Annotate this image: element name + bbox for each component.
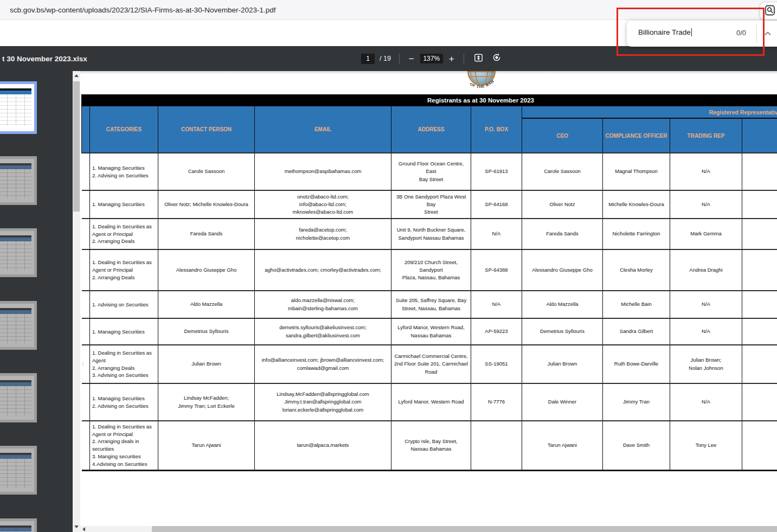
- table-cell-po-box: N/A: [471, 219, 522, 249]
- page-count-label: / 19: [380, 55, 391, 62]
- horizontal-scrollbar-thumb[interactable]: [152, 526, 777, 532]
- table-cell-address: Suite 205, Saffrey Square, Bay Street, N…: [391, 291, 471, 318]
- horizontal-scrollbar[interactable]: [80, 526, 777, 532]
- table-cell-categories: 1. Managing Securities: [90, 190, 158, 219]
- table-cell-email: Lindsay.McFadden@allspringglobal.com Jim…: [255, 383, 391, 421]
- table-cell-contact: Carole Sassoon: [158, 153, 255, 190]
- table-cell-email: aldo.mazzella@niswal.com; mbain@sterling…: [255, 291, 391, 318]
- table-cell-firm: [82, 318, 90, 345]
- sidebar-scrollbar[interactable]: [73, 71, 80, 532]
- column-header-compliance-officer: COMPLIANCE OFFICER: [603, 118, 670, 153]
- sidebar-scrollbar-thumb[interactable]: [73, 81, 80, 211]
- table-cell-po-box: AP-59223: [471, 318, 522, 345]
- pdf-document-title: t 30 November 2023.xlsx: [2, 46, 87, 71]
- table-cell-contact: Lindsay McFadden; Jimmy Tran; Lori Ecker…: [158, 383, 255, 421]
- page-number-input[interactable]: 1: [361, 54, 375, 64]
- table-cell-categories: 1. Managing Securities 2. Advising on Se…: [90, 383, 158, 421]
- column-header-address: ADDRESS: [391, 106, 471, 153]
- scroll-up-arrow-icon[interactable]: [74, 74, 79, 77]
- column-header-trading-rep: TRADING REP: [670, 118, 742, 153]
- page-thumbnail[interactable]: [0, 301, 37, 350]
- find-in-document-button[interactable]: [760, 3, 777, 20]
- table-row: 1. Dealing in Securities as Agent or Pri…: [82, 421, 777, 470]
- fit-to-page-button[interactable]: [472, 52, 485, 65]
- table-cell-firm: :: [82, 345, 90, 383]
- thumbnail-preview: [0, 163, 31, 198]
- table-cell-po-box: SP-64388: [471, 249, 522, 291]
- zoom-in-button[interactable]: +: [448, 54, 455, 63]
- table-cell-compliance-officer: Ruth Bowe-Darville: [603, 345, 670, 383]
- table-cell-compliance-officer: Michelle Knowles-Doura: [603, 190, 670, 219]
- table-cell-po-box: [471, 421, 522, 470]
- table-cell-trading-rep: Julian Brown; Nolan Johnson: [670, 345, 742, 383]
- find-match-count: 0/0: [722, 29, 746, 37]
- table-cell-address: Ground Floor Ocean Centre, East Bay Stre…: [391, 153, 471, 190]
- table-cell-ceo: Carole Sassoon: [522, 153, 603, 190]
- find-query-text: Billionaire Trade: [638, 28, 691, 36]
- column-header-po-box: P.O. BOX: [471, 106, 522, 153]
- rotate-counterclockwise-icon: [492, 53, 502, 65]
- table-cell-categories: 1. Managing Securities 2. Advising on Se…: [90, 153, 158, 190]
- find-input[interactable]: Billionaire Trade: [638, 28, 692, 36]
- column-header-contact-person: CONTACT PERSON: [158, 106, 255, 153]
- table-row: 1. Managing SecuritiesDemetrius Syllouri…: [82, 318, 777, 345]
- table-cell-email: demetris.syllouris@akeliusinvest.com; sa…: [255, 318, 391, 345]
- table-cell-ceo: Tarun Ajwani: [522, 421, 603, 470]
- table-cell-categories: 1. Dealing in Securities as Agent or Pri…: [90, 219, 158, 249]
- thumbnail-preview: [0, 235, 31, 271]
- table-cell-contact: Demetrius Syllouris: [158, 318, 255, 345]
- table-cell-extra: [742, 318, 777, 345]
- find-bar[interactable]: Billionaire Trade 0/0: [627, 21, 777, 47]
- table-cell-ceo: Oliver Notz: [522, 190, 603, 219]
- chevron-up-icon: [763, 30, 772, 40]
- table-cell-firm: [82, 153, 90, 190]
- toolbar-separator: [399, 54, 400, 63]
- table-cell-trading-rep: N/A: [670, 190, 742, 219]
- table-cell-firm: [82, 421, 90, 470]
- page-thumbnail[interactable]: [0, 156, 37, 205]
- table-row: 1. Advising on SecuritiesAldo Mazzellaal…: [82, 291, 777, 318]
- table-row: 1. Managing Securities 2. Advising on Se…: [82, 383, 777, 421]
- table-cell-ceo: Demetrius Syllouris: [522, 318, 603, 345]
- page-thumbnail[interactable]: [0, 446, 37, 495]
- table-cell-extra: [742, 190, 777, 219]
- table-cell-extra: [742, 291, 777, 318]
- table-cell-trading-rep: N/A: [670, 318, 742, 345]
- zoom-level-input[interactable]: 137%: [420, 54, 443, 63]
- table-cell-email: onotz@abaco-ltd.com; info@abaco-ltd.com;…: [255, 190, 391, 219]
- page-url[interactable]: scb.gov.bs/wp-content/uploads/2023/12/SI…: [10, 6, 276, 14]
- table-row: 1. Dealing in Securities as Agent or Pri…: [82, 249, 777, 291]
- url-bar[interactable]: scb.gov.bs/wp-content/uploads/2023/12/SI…: [0, 0, 777, 20]
- column-header-firm: [82, 106, 90, 153]
- column-header-ceo: CEO: [522, 118, 603, 153]
- thumbnail-sidebar: [0, 71, 73, 532]
- table-cell-compliance-officer: Magnal Thompson: [603, 153, 670, 190]
- table-cell-compliance-officer: Dave Smith: [603, 421, 670, 470]
- table-cell-categories: 1. Dealing in Securities as Agent 2. Arr…: [90, 345, 158, 383]
- table-cell-extra: [742, 345, 777, 383]
- page-thumbnail[interactable]: [0, 373, 37, 422]
- page-thumbnail[interactable]: [0, 228, 37, 277]
- table-cell-contact: Fareda Sands: [158, 219, 255, 249]
- registrants-table-container: Registrants as at 30 November 2023 CATEG…: [81, 94, 777, 471]
- table-cell-contact: Aldo Mazzella: [158, 291, 255, 318]
- table-title-bar: Registrants as at 30 November 2023: [81, 94, 777, 106]
- pdf-toolbar: t 30 November 2023.xlsx 1 / 19 − 137% +: [0, 46, 777, 71]
- rotate-button[interactable]: [490, 52, 503, 65]
- table-cell-extra: [742, 383, 777, 421]
- table-cell-firm: [82, 291, 90, 318]
- page-thumbnail[interactable]: [0, 518, 37, 532]
- column-header-categories: CATEGORIES: [90, 106, 158, 153]
- browser-window: scb.gov.bs/wp-content/uploads/2023/12/SI…: [0, 0, 777, 532]
- zoom-out-button[interactable]: −: [408, 54, 415, 63]
- table-cell-compliance-officer: Sandra Gilbert: [603, 318, 670, 345]
- table-cell-address: 3B One Sandyport Plaza West Bay Street: [391, 190, 471, 219]
- page-thumbnail-selected[interactable]: [0, 81, 37, 134]
- table-cell-po-box: SP-64168: [471, 190, 522, 219]
- table-cell-trading-rep: N/A: [670, 383, 742, 421]
- find-previous-button[interactable]: [763, 29, 772, 40]
- scroll-down-arrow-icon[interactable]: [74, 525, 79, 528]
- scroll-left-arrow-icon[interactable]: [82, 527, 85, 531]
- thumbnail-preview: [0, 88, 31, 126]
- table-cell-categories: 1. Managing Securities: [90, 318, 158, 345]
